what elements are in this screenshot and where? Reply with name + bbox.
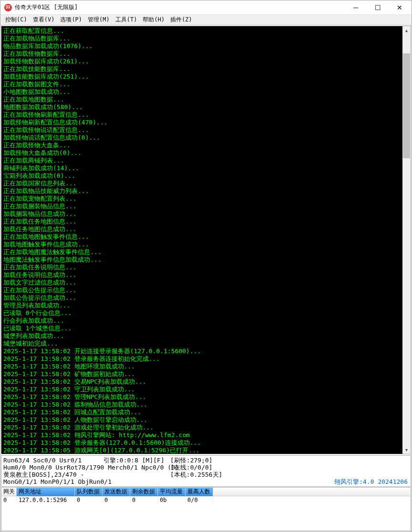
close-button[interactable]: ✕ (389, 0, 411, 15)
console-line: 加载技能数据库成功(251)... (3, 73, 409, 81)
console-line: 2025-1-17 13:58:02 地图环境加载成功... (3, 363, 409, 370)
console-line: 宝箱列表加载成功(0)... (3, 172, 409, 180)
console-line: 正在加载数据图文件... (3, 81, 409, 88)
console-line: 加载公告提示信息成功... (3, 294, 409, 302)
engine-version-label: 翎风引擎:4.0 20241206 (334, 478, 408, 485)
console-line: 正在加载地图魔法触发事件信息... (3, 248, 409, 256)
console-line: 加载怪物刷新配置信息成功(470)... (3, 119, 409, 126)
console-line: 2025-1-17 13:58:02 开始连接登录服务器(127.0.0.1:5… (3, 348, 409, 355)
console-line: 正在加载捆装物品信息... (3, 203, 409, 210)
console-line: 地图魔法触发事件信息加载成功... (3, 256, 409, 264)
console-line: 正在加载技能数据库... (3, 65, 409, 73)
console-line: 正在加载国家信息列表... (3, 180, 409, 187)
console-line: 正在加载任务说明信息... (3, 264, 409, 271)
status-boss: 黄泉教主[BOSS],23/470 - (3, 471, 170, 478)
console-line: 加载捆装物品信息成功... (3, 210, 409, 218)
table-row[interactable] (1, 519, 411, 527)
td-gateway: 0 (1, 496, 17, 504)
console-line: 2025-1-17 13:58:02 管理NPC列表加载成功... (3, 393, 409, 401)
console-line: 正在加载宠物配置列表... (3, 195, 409, 203)
app-icon: DX (4, 4, 12, 11)
console-line: 加载地图触发事件信息成功... (3, 241, 409, 248)
menu-plugins[interactable]: 插件(Z) (167, 15, 195, 25)
status-run: Run63/4 Soc0/0 Usr0/1 (3, 457, 103, 464)
console-line: 2025-1-17 13:58:02 翎风引擎网站: http://www.lf… (3, 431, 409, 439)
console-line: 加载怪物说话配置信息成功(0)... (3, 134, 409, 142)
app-window: DX 传奇大学01区 [无限版] ─ ☐ ✕ 控制(C) 查看(V) 选项(P)… (0, 0, 412, 532)
status-panel: Run63/4 Soc0/0 Usr0/1 引擎:0:0:8 [M][F] [刷… (1, 455, 411, 487)
console-line: 正在加载任务地图信息... (3, 218, 409, 225)
console-line: 2025-1-17 13:58:02 炼制物品信息加载成功... (3, 401, 409, 409)
console-line: 正在加载公告提示信息... (3, 286, 409, 294)
console-line: 正在获取配置信息... (3, 27, 409, 35)
console-line: 正在加载物品数据库... (3, 35, 409, 42)
th-gateway[interactable]: 网关 (1, 487, 17, 496)
th-avg[interactable]: 平均流量 (158, 487, 185, 496)
menubar: 控制(C) 查看(V) 选项(P) 管理(M) 工具(T) 帮助(H) 插件(Z… (0, 15, 412, 25)
table-row[interactable] (1, 504, 411, 512)
console-line: 正在加载怪物大血条... (3, 142, 409, 149)
console-line: 加载任务地图信息成功... (3, 225, 409, 233)
maximize-button[interactable]: ☐ (367, 0, 389, 15)
minimize-button[interactable]: ─ (345, 0, 367, 15)
console-line: 已读取 0个行会信息... (3, 309, 409, 317)
status-refresh: [刷怪:279;0] (170, 457, 213, 464)
scrollbar-thumb[interactable] (403, 53, 410, 158)
console-line: 商铺列表加载成功(14)... (3, 164, 409, 172)
table-row[interactable]: 0 127.0.0.1:5296 0 0 0 0b 0/0 (1, 496, 411, 504)
console-line: 正在加载地图数据... (3, 96, 409, 103)
scroll-down-icon[interactable]: ▼ (402, 446, 411, 454)
td-queue: 0 (75, 496, 103, 504)
th-queue[interactable]: 队列数据 (75, 487, 103, 496)
th-max[interactable]: 最高人数 (185, 487, 213, 496)
scrollbar-track[interactable] (402, 34, 411, 446)
console-line: 物品数据库加载成功(1076)... (3, 42, 409, 50)
console-line: 正在加载地图触发事件信息... (3, 233, 409, 241)
gateway-table: 网关 网关地址 队列数据 发送数据 剩余数据 平均流量 最高人数 0 127.0… (1, 487, 411, 531)
console-line: 正在加载物品技能威力列表... (3, 187, 409, 195)
scroll-up-icon[interactable]: ▲ (402, 26, 411, 34)
console-line: 2025-1-17 13:58:02 交易NPC列表加载成功... (3, 378, 409, 386)
console-line: 加载怪物数据库成功(261)... (3, 58, 409, 65)
status-local: [本机:0.2556天] (170, 471, 222, 478)
td-address: 127.0.0.1:5296 (17, 496, 75, 504)
console-line: 2025-1-17 13:58:02 登录服务器(127.0.0.1:5600)… (3, 439, 409, 447)
status-online: [在线:0/0/0] (170, 464, 213, 471)
console-line: 地图数据加载成功(580)... (3, 103, 409, 111)
menu-tools[interactable]: 工具(T) (113, 15, 140, 25)
td-max: 0/0 (185, 496, 213, 504)
td-avg: 0b (158, 496, 185, 504)
console-line: 2025-1-17 13:58:02 回城点配置加载成功... (3, 409, 409, 416)
console-line: 已读取 1个城堡信息... (3, 325, 409, 332)
menu-options[interactable]: 选项(P) (57, 15, 85, 25)
console-line: 2025-1-17 13:58:02 人物数据引擎启动成功... (3, 416, 409, 424)
menu-control[interactable]: 控制(C) (2, 15, 30, 25)
console-line: 正在加载怪物数据库... (3, 50, 409, 58)
window-controls: ─ ☐ ✕ (345, 0, 411, 15)
console-scrollbar[interactable]: ▲ ▼ (402, 26, 411, 454)
td-send: 0 (103, 496, 130, 504)
console-line: 加载文字过滤信息成功... (3, 279, 409, 286)
console-line: 加载怪物大血条成功(0)... (3, 149, 409, 157)
menu-help[interactable]: 帮助(H) (140, 15, 167, 25)
window-title: 传奇大学01区 [无限版] (15, 3, 345, 11)
status-hum: Hum0/0 Mon0/0 UsrRot78/1790 Merch0/1 Npc… (3, 464, 170, 471)
console-line: 2025-1-17 13:58:02 游戏处理引擎初始化成功... (3, 424, 409, 431)
console-line: 加载任务说明信息成功... (3, 271, 409, 279)
console-line: 2025-1-17 13:58:02 守卫列表加载成功... (3, 386, 409, 393)
status-mong: MonG0/1/1 MonP0/1/1 ObjRun0/1 (3, 478, 112, 485)
th-address[interactable]: 网关地址 (17, 487, 75, 496)
console-line: 城堡城初始完成... (3, 340, 409, 348)
th-remain[interactable]: 剩余数据 (130, 487, 158, 496)
menu-view[interactable]: 查看(V) (30, 15, 58, 25)
menu-manage[interactable]: 管理(M) (85, 15, 113, 25)
console-line: 正在加载商铺列表... (3, 157, 409, 164)
th-send[interactable]: 发送数据 (103, 487, 130, 496)
console-line: 2025-1-17 13:58:05 游戏网关[0](127.0.0.1:529… (3, 447, 409, 454)
console-line: 小地图数据加载成功... (3, 88, 409, 96)
console-line: 正在加载怪物刷新配置信息... (3, 111, 409, 119)
table-row[interactable] (1, 512, 411, 519)
td-remain: 0 (130, 496, 158, 504)
console-line: 2025-1-17 13:58:02 登录服务器连接初始化完成... (3, 355, 409, 363)
titlebar[interactable]: DX 传奇大学01区 [无限版] ─ ☐ ✕ (0, 0, 412, 15)
